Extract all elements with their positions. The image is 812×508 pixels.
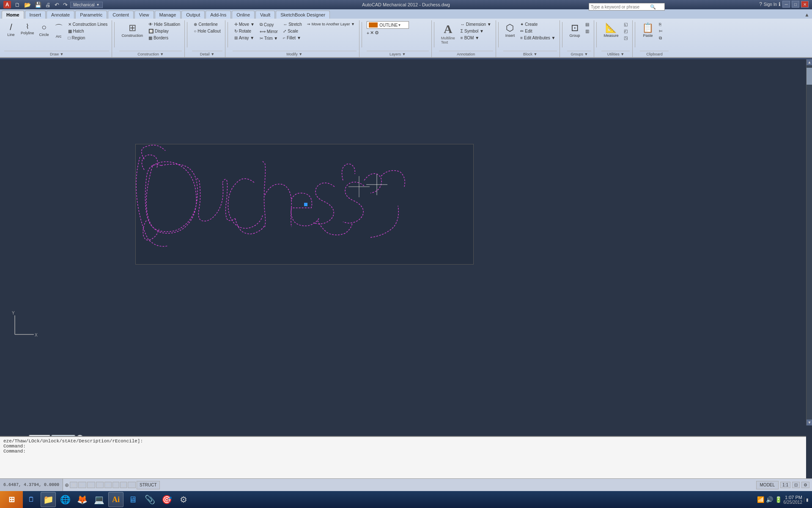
- close-btn[interactable]: ✕: [801, 1, 809, 8]
- vp1[interactable]: 1:1: [780, 482, 790, 488]
- tab-annotate[interactable]: Annotate: [47, 11, 74, 19]
- ribbon-search-box[interactable]: 🔍: [589, 3, 665, 11]
- tmodel-btn[interactable]: ⬚: [128, 482, 136, 488]
- minimize-btn[interactable]: ─: [782, 1, 790, 8]
- group-extra2-btn[interactable]: ▥: [584, 28, 591, 34]
- multiline-text-btn[interactable]: A MultilineText: [439, 21, 457, 46]
- network-icon[interactable]: 📶: [757, 496, 764, 503]
- plot-btn[interactable]: 🖨: [44, 1, 52, 8]
- scroll-up-btn[interactable]: ▲: [807, 59, 812, 65]
- hide-situation-btn[interactable]: 👁 Hide Situation: [147, 21, 182, 28]
- util1-btn[interactable]: ◱: [622, 21, 629, 28]
- ortho-btn[interactable]: ⊢: [78, 482, 86, 488]
- move-layer-btn[interactable]: ⇒ Move to Another Layer ▼: [305, 21, 357, 27]
- edit-btn[interactable]: ✏ Edit: [518, 28, 557, 34]
- help-icon[interactable]: ?: [759, 1, 762, 7]
- tab-parametric[interactable]: Parametric: [75, 11, 107, 19]
- taskbar-illustrator[interactable]: Ai: [108, 492, 123, 507]
- hatch-btn[interactable]: ▦ Hatch: [66, 28, 110, 34]
- info-icon[interactable]: ℹ: [779, 1, 781, 7]
- util3-btn[interactable]: ◳: [622, 35, 629, 41]
- region-btn[interactable]: □ Region: [66, 35, 110, 41]
- bom-btn[interactable]: ≡ BOM ▼: [459, 35, 493, 41]
- dimension-btn[interactable]: ↔ Dimension ▼: [459, 21, 493, 28]
- layer-new-btn[interactable]: +: [367, 30, 369, 36]
- lweight-btn[interactable]: ≡: [120, 482, 127, 488]
- taskbar-app2[interactable]: ⚙: [176, 492, 191, 507]
- paste-btn[interactable]: 📋 Paste: [640, 21, 656, 39]
- open-btn[interactable]: 📂: [23, 1, 32, 8]
- tab-content[interactable]: Content: [108, 11, 134, 19]
- clip3-btn[interactable]: ⧉: [657, 35, 664, 41]
- measure-btn[interactable]: 📐 Measure: [601, 21, 620, 39]
- group-btn[interactable]: ⊡ Group: [567, 21, 582, 39]
- line-btn[interactable]: / Line: [4, 21, 18, 39]
- insert-btn[interactable]: ⬡ Insert: [503, 21, 517, 39]
- volume-icon[interactable]: 🔊: [766, 496, 773, 503]
- util2-btn[interactable]: ◰: [622, 28, 629, 34]
- undo-btn[interactable]: ↶: [53, 1, 60, 8]
- polar-btn[interactable]: ◎: [87, 482, 95, 488]
- vp2[interactable]: ⊡: [792, 482, 800, 488]
- grid-btn[interactable]: ⊞: [70, 482, 77, 488]
- search-input[interactable]: [591, 5, 650, 9]
- construction-lines-btn[interactable]: ✕ Construction Lines: [66, 21, 110, 28]
- workspace-selector[interactable]: Mechanical ▼: [70, 2, 103, 8]
- taskbar-autocad[interactable]: 🎯: [159, 492, 174, 507]
- tab-addins[interactable]: Add-Ins: [206, 11, 231, 19]
- scroll-thumb[interactable]: [807, 68, 812, 85]
- show-desktop-icon[interactable]: ▮: [804, 497, 809, 502]
- move-btn[interactable]: ✛ Move ▼: [233, 21, 256, 28]
- anno-scale[interactable]: ⚙: [801, 482, 809, 488]
- arc-btn[interactable]: ⌒ Arc: [52, 21, 66, 40]
- dynin-btn[interactable]: ⍞: [112, 482, 119, 488]
- new-btn[interactable]: 🗋: [14, 1, 22, 8]
- maximize-btn[interactable]: □: [792, 1, 799, 8]
- start-button[interactable]: ⊞: [0, 491, 23, 508]
- tab-home[interactable]: Home: [2, 11, 24, 19]
- battery-icon[interactable]: 🔋: [775, 496, 782, 503]
- trim-btn[interactable]: ✂ Trim ▼: [258, 35, 280, 41]
- tab-online[interactable]: Online: [232, 11, 255, 19]
- create-btn[interactable]: ✦ Create: [518, 21, 557, 28]
- ribbon-collapse-btn[interactable]: ▲: [804, 11, 810, 19]
- rotate-btn[interactable]: ↻ Rotate: [233, 28, 256, 34]
- tab-output[interactable]: Output: [181, 11, 205, 19]
- layer-delete-btn[interactable]: ✕: [370, 30, 374, 36]
- layer-settings-btn[interactable]: ⚙: [375, 30, 379, 36]
- drawing-area[interactable]: .duchess-path { fill: none; stroke: #cc4…: [0, 59, 806, 425]
- osnap-btn[interactable]: ⊡: [96, 482, 104, 488]
- clip1-btn[interactable]: ⎘: [657, 21, 664, 28]
- taskbar-show-desktop[interactable]: 🗒: [24, 492, 39, 507]
- borders-btn[interactable]: ▦ Borders: [147, 35, 182, 41]
- taskbar-browser1[interactable]: 🌐: [58, 492, 73, 507]
- taskbar-ie[interactable]: 🖥: [125, 492, 140, 507]
- taskbar-firefox[interactable]: 🦊: [74, 492, 90, 507]
- clip2-btn[interactable]: ✄: [657, 28, 664, 34]
- taskbar-explorer[interactable]: 📁: [41, 492, 56, 507]
- tab-insert[interactable]: Insert: [25, 11, 46, 19]
- signin-btn[interactable]: Sign In: [764, 2, 777, 7]
- stretch-btn[interactable]: ↔ Stretch: [281, 21, 304, 28]
- display-btn[interactable]: 🔲 Display: [147, 28, 182, 34]
- hole-callout-btn[interactable]: ○ Hole Callout: [192, 28, 222, 34]
- symbol-btn[interactable]: Σ Symbol ▼: [459, 28, 493, 34]
- otrack-btn[interactable]: ∞: [104, 482, 112, 488]
- fillet-btn[interactable]: ⌐ Fillet ▼: [281, 35, 304, 41]
- mirror-btn[interactable]: ⟺ Mirror: [258, 28, 280, 35]
- centerline-btn[interactable]: ⊕ Centerline: [192, 21, 222, 28]
- scroll-down-btn[interactable]: ▼: [807, 420, 812, 425]
- tab-view[interactable]: View: [134, 11, 154, 19]
- vertical-scrollbar[interactable]: ▲ ▼: [806, 59, 812, 425]
- model-mode-btn[interactable]: MODEL: [756, 481, 779, 489]
- copy-btn[interactable]: ⧉ Copy: [258, 21, 280, 28]
- tab-sketchbook[interactable]: SketchBook Designer: [276, 11, 330, 19]
- redo-btn[interactable]: ↷: [62, 1, 69, 8]
- construction-main-btn[interactable]: ⊞ Construction: [119, 21, 145, 39]
- layer-dropdown[interactable]: OUTLINE ▼: [367, 21, 409, 29]
- scale-btn[interactable]: ⤢ Scale: [281, 28, 304, 34]
- tab-manage[interactable]: Manage: [155, 11, 181, 19]
- tab-vault[interactable]: Vault: [255, 11, 275, 19]
- clock-area[interactable]: 1:07 PM 6/25/2012: [784, 495, 803, 505]
- taskbar-computer[interactable]: 💻: [91, 492, 107, 507]
